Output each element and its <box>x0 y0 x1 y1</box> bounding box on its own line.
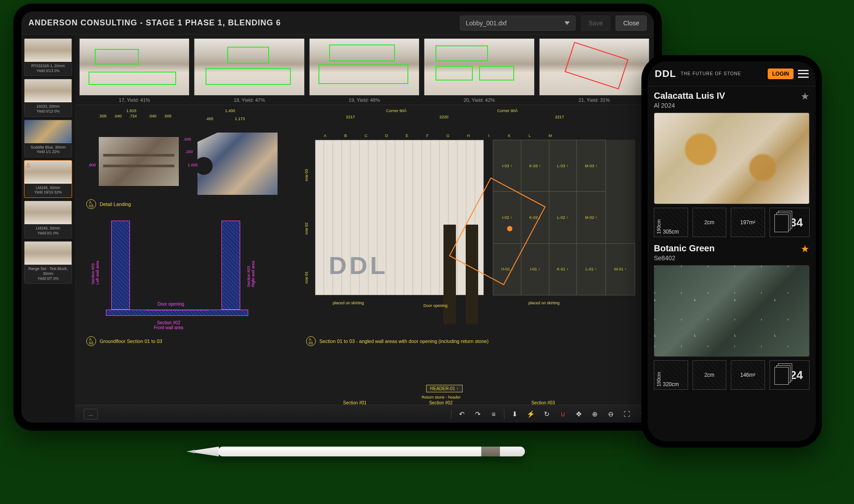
grid-cell[interactable]: M-01 ↑ <box>606 243 635 295</box>
material-thumb[interactable]: RT032328-1, 20mm Yield 0/13 0% <box>24 38 72 76</box>
cut-rect[interactable] <box>205 68 291 85</box>
header-chip[interactable]: HEADER-01 ↑ <box>426 385 463 392</box>
slab-thumb[interactable]: 18, Yield: 47% <box>194 38 304 103</box>
stat-area: 197m² <box>731 208 765 237</box>
cut-rect[interactable] <box>479 66 514 81</box>
dim: 2220 <box>439 115 448 119</box>
separator <box>451 409 451 419</box>
grid-cell[interactable]: I-01 ↑ <box>521 243 549 295</box>
redo-icon[interactable]: ↷ <box>472 408 483 420</box>
fullscreen-icon[interactable]: ⛶ <box>621 408 632 420</box>
gf-base[interactable] <box>106 310 248 316</box>
favorite-icon[interactable]: ★ <box>801 91 810 102</box>
list-icon[interactable]: ≡ <box>488 408 500 420</box>
dim: .505 <box>164 114 172 118</box>
col-head: C <box>356 133 376 138</box>
slab-label: 20, Yield: 42% <box>424 97 534 103</box>
file-dropdown[interactable]: Lobby_001.dxf <box>460 16 576 31</box>
close-button[interactable]: Close <box>616 16 647 31</box>
groundfloor-title: Groundfloor Section 01 to 03 <box>100 339 162 344</box>
selection-handle[interactable] <box>507 226 512 231</box>
stat-width: 320cm <box>654 381 688 387</box>
tablet-screen: ANDERSON CONSULTING - STAGE 1 PHASE 1, B… <box>21 12 654 423</box>
return-stone-panel-1[interactable] <box>443 225 456 324</box>
grid-cell[interactable]: L-02 ↑ <box>549 192 576 243</box>
slab-thumb[interactable]: 20, Yield: 42% <box>424 38 534 103</box>
save-button[interactable]: Save <box>581 16 610 31</box>
slab-thumb[interactable]: 21, Yield: 31% <box>539 38 649 103</box>
material-thumb[interactable]: LM249, 30mm Yield 0/1 0% <box>24 201 72 238</box>
grid-cell[interactable]: M-03 ↑ <box>576 140 606 192</box>
grid-cell[interactable]: L-03 ↑ <box>549 140 576 192</box>
dim: .505 <box>99 114 107 118</box>
undo-icon[interactable]: ↶ <box>456 408 467 420</box>
landing-texture-2[interactable] <box>197 133 278 195</box>
skirting-label: placed on skirting <box>528 301 560 305</box>
grid-cell[interactable]: M-02 ↑ <box>576 192 606 243</box>
cut-rect[interactable] <box>95 49 139 65</box>
detail-landing-title: Detail Landing <box>100 202 131 207</box>
material-thumb[interactable]: Sodalite Blue, 30mm Yield 1/1 22% <box>24 120 72 157</box>
slab-thumb[interactable]: 19, Yield: 48% <box>309 38 419 103</box>
gf-door <box>146 309 208 310</box>
card-image[interactable] <box>654 265 810 357</box>
warning-icon: △ <box>26 161 30 168</box>
grid-cell[interactable]: K-03 ↑ <box>521 140 549 192</box>
cut-rect[interactable] <box>318 65 408 84</box>
cut-rect[interactable] <box>329 44 395 61</box>
zoom-out-icon[interactable]: ⊖ <box>605 408 616 420</box>
slab-thumb[interactable]: 17, Yield: 41% <box>79 38 189 103</box>
gf-front: Section #02 Front wall area <box>154 320 183 330</box>
refresh-icon[interactable]: ↻ <box>541 408 552 420</box>
dim: .465 <box>205 117 214 121</box>
dim: .724 <box>129 114 137 118</box>
thumb-label: RT032328-1, 20mm Yield 0/13 0% <box>24 62 72 76</box>
groundfloor-block: Door opening Section #03 Left wall area … <box>88 212 293 332</box>
bolt-icon[interactable]: ⚡ <box>525 408 536 420</box>
canvas-area: 17, Yield: 41%18, Yield: 47%19, Yield: 4… <box>75 35 654 423</box>
cad-title: Section 01 to 03 - angled wall areas wit… <box>319 339 488 344</box>
more-button[interactable]: ... <box>84 409 98 419</box>
landing-texture-1[interactable] <box>99 137 179 186</box>
material-thumb[interactable]: Range Set - Test Block, 30mm Yield 0/7 0… <box>24 241 72 284</box>
cut-rect[interactable] <box>227 47 269 64</box>
stat-row: 190cm 320cm 2cm 146m² 24 <box>654 360 810 390</box>
slab-label: 21, Yield: 31% <box>539 97 649 103</box>
gf-wall-left[interactable] <box>111 221 130 310</box>
favorite-icon[interactable]: ★ <box>801 243 810 255</box>
corner-label: Corner 90Â <box>386 109 407 113</box>
phone-screen: DDL THE FUTURE OF STONE LOGIN Calacatta … <box>648 61 816 441</box>
material-thumb[interactable]: 16033, 20mm Yield 0/12 0% <box>24 79 72 117</box>
material-thumb[interactable]: △ LM248, 30mm Yield 19/19 32% <box>24 160 72 198</box>
move-icon[interactable]: ✥ <box>573 408 584 420</box>
dim: 2217 <box>555 115 564 119</box>
grid-cell[interactable]: K-01 ↑ <box>549 243 576 295</box>
download-icon[interactable]: ⬇ <box>509 408 520 420</box>
tagline: THE FUTURE OF STONE <box>681 71 741 76</box>
dim: .045 <box>183 137 191 141</box>
stat-dimensions: 190cm 320cm <box>654 360 688 390</box>
cut-rect[interactable] <box>89 72 176 85</box>
grid-cell[interactable]: L-01 ↑ <box>576 243 606 295</box>
cut-rect[interactable] <box>435 66 473 81</box>
drawing-canvas[interactable]: .505 .040 .724 .040 .505 1.815 .045 .160… <box>75 105 654 423</box>
gf-wall-right[interactable] <box>222 221 240 310</box>
col-head: G <box>438 133 458 138</box>
card-image[interactable] <box>654 113 810 204</box>
material-sidebar[interactable]: RT032328-1, 20mm Yield 0/13 0% 16033, 20… <box>21 35 75 423</box>
stat-count: 34 <box>769 208 810 237</box>
login-button[interactable]: LOGIN <box>768 69 794 79</box>
stat-area: 146m² <box>731 360 765 390</box>
cut-rect[interactable] <box>435 45 488 61</box>
hamburger-icon[interactable] <box>798 70 809 78</box>
project-title: ANDERSON CONSULTING - STAGE 1 PHASE 1, B… <box>28 18 281 28</box>
zoom-in-icon[interactable]: ⊕ <box>589 408 600 420</box>
phone-body[interactable]: Calacatta Luis IV Al 2024 ★ 190cm 305cm … <box>648 86 816 441</box>
cut-rect[interactable] <box>564 42 628 89</box>
slab-strip[interactable]: 17, Yield: 41%18, Yield: 47%19, Yield: 4… <box>75 35 654 105</box>
dim: 2217 <box>346 115 355 119</box>
stone-card[interactable]: Botanic Green Se8402 ★ 190cm 320cm 2cm 1… <box>654 243 810 390</box>
magnet-icon[interactable]: ∪ <box>557 408 568 420</box>
cad-wall-panel[interactable] <box>315 140 484 295</box>
stone-card[interactable]: Calacatta Luis IV Al 2024 ★ 190cm 305cm … <box>654 91 810 237</box>
